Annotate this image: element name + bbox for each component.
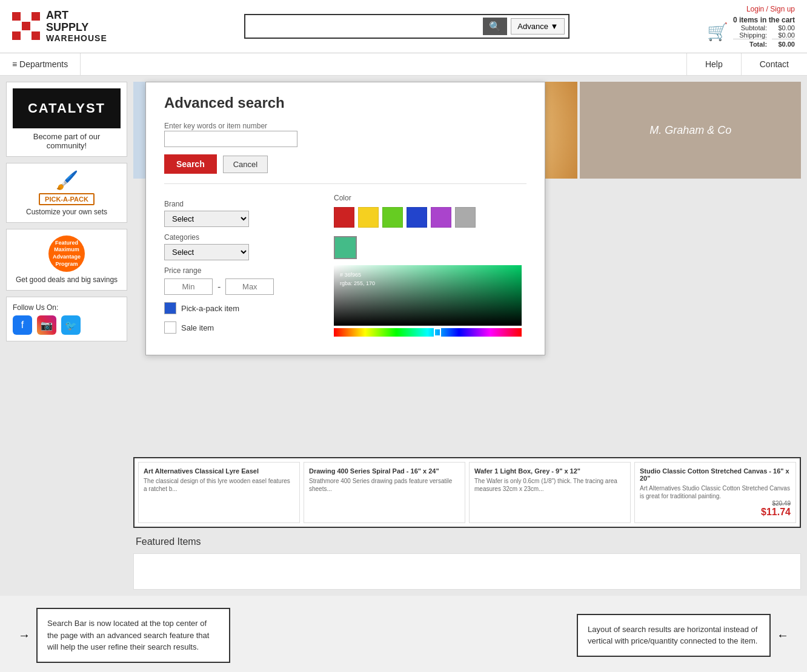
product-name-3: Wafer 1 Light Box, Grey - 9" x 12" [474,467,625,475]
map-desc: Get good deals and big savings [13,275,121,284]
map-badge: FeaturedMaximumAdvantageProgram [48,236,85,272]
cart-area: 🛒 0 items in the cart Subtotal: $0.00 Sh… [707,16,795,48]
logo-cell-2 [22,12,30,21]
adv-lower: Brand Select Categories Select Price ran… [164,194,526,337]
product-strip: Art Alternatives Classical Lyre Easel Th… [133,457,801,528]
logo-area: ART SUPPLY WAREHOUSE [12,10,107,43]
pick-a-pack-icon: 🖌️ [13,170,121,191]
categories-label: Categories [164,233,310,242]
total-val: $0.00 [772,39,795,48]
brand-select[interactable]: Select [164,211,249,227]
picker-text: # 36f965 rgba: 255, 170 [340,271,375,288]
logo-cell-6 [32,22,40,30]
login-links: Login / Sign up [707,5,795,13]
featured-strip [133,553,801,590]
product-card-2: Drawing 400 Series Spiral Pad - 16" x 24… [304,462,465,523]
follow-card: Follow Us On: f 📷 🐦 [6,297,127,341]
advance-button[interactable]: Advance ▼ [511,18,565,35]
logo-cell-3 [32,12,40,21]
logo-line1: ART [46,10,107,22]
product-name-2: Drawing 400 Series Spiral Pad - 16" x 24… [309,467,460,475]
product-orig-price-4: $20.49 [640,500,791,507]
color-swatch-gray[interactable] [455,207,476,228]
twitter-icon[interactable]: 🐦 [61,315,81,335]
color-swatch-yellow[interactable] [358,207,379,228]
keyword-input[interactable] [164,131,297,147]
logo-line3: WAREHOUSE [46,34,107,43]
header: ART SUPPLY WAREHOUSE 🔍 Advance ▼ Login /… [0,0,807,53]
product-desc-3: The Wafer is only 0.6cm (1/8") thick. Th… [474,477,625,493]
signup-link[interactable]: Sign up [770,5,795,13]
keyword-label: Enter key words or item number [164,122,267,130]
color-swatch-blue[interactable] [407,207,427,228]
color-swatches [334,207,526,228]
search-input[interactable] [249,19,479,34]
content-area: S 🎨 M. Graham & Co Advanced search Enter… [133,82,801,590]
color-swatch-green[interactable] [382,207,403,228]
help-nav[interactable]: Help [686,53,742,75]
logo-cell-8 [22,31,30,40]
departments-nav[interactable]: ≡ Departments [0,53,81,75]
product-name-1: Art Alternatives Classical Lyre Easel [144,467,294,475]
color-picker-gradient[interactable]: # 36f965 rgba: 255, 170 [334,265,522,326]
sale-item-checkbox-label: Sale item [181,323,214,332]
catalyst-card: CATALYST Become part of our community! [6,82,127,157]
color-swatch-red[interactable] [334,207,354,228]
adv-left: Brand Select Categories Select Price ran… [164,194,310,337]
annotation-spacer [267,608,540,663]
adv-search-button[interactable]: Search [164,154,217,174]
login-link[interactable]: Login [746,5,764,13]
logo-cell-5 [22,22,30,30]
instagram-icon[interactable]: 📷 [37,315,56,335]
pick-a-pack-desc: Customize your own sets [13,208,121,216]
categories-select[interactable]: Select [164,244,249,260]
left-arrow-icon: → [18,628,30,642]
selected-color-box[interactable] [334,236,357,259]
header-right: Login / Sign up 🛒 0 items in the cart Su… [707,5,795,48]
social-icons: f 📷 🐦 [13,315,121,335]
product-price-area-4: $20.49 $11.74 [640,500,791,518]
sale-item-checkbox[interactable] [164,321,176,334]
search-button[interactable]: 🔍 [483,18,507,35]
cart-items-label: 0 items in the cart [733,16,795,24]
price-min-input[interactable] [164,278,213,295]
pick-a-pack-checkbox[interactable] [164,302,176,314]
shipping-label: Shipping: [733,31,767,39]
pick-a-pack-checkbox-label: Pick-a-pack item [181,304,239,313]
product-desc-1: The classical design of this lyre wooden… [144,477,294,493]
product-card-3: Wafer 1 Light Box, Grey - 9" x 12" The W… [469,462,631,523]
price-dash: - [218,282,221,292]
logo-cell-1 [12,12,21,21]
cart-totals: Subtotal: $0.00 Shipping: $0.00 Total: $… [733,24,795,48]
adv-divider [164,183,526,184]
catalyst-banner: CATALYST [13,88,121,128]
catalyst-subtitle: Become part of our community! [13,132,121,150]
advanced-search-title: Advanced search [164,94,526,111]
pick-a-pack-checkbox-row: Pick-a-pack item [164,302,310,314]
follow-label: Follow Us On: [13,303,121,312]
price-label: Price range [164,266,310,275]
color-swatch-purple[interactable] [431,207,451,228]
logo-cell-4 [12,22,21,30]
hero-img-3: M. Graham & Co [580,82,801,179]
map-card: FeaturedMaximumAdvantageProgram Get good… [6,229,127,291]
logo-cell-7 [12,31,21,40]
left-annotation-container: → Search Bar is now located at the top c… [18,608,230,663]
hue-bar[interactable] [334,328,522,337]
left-annotation-box: Search Bar is now located at the top cen… [36,608,230,663]
logo-text: ART SUPPLY WAREHOUSE [46,10,107,43]
cart-icon[interactable]: 🛒 [707,22,728,42]
price-max-input[interactable] [225,278,274,295]
product-name-4: Studio Classic Cotton Stretched Canvas -… [640,467,791,482]
product-card-1: Art Alternatives Classical Lyre Easel Th… [138,462,300,523]
hue-cursor [434,328,441,337]
adv-right: Color # 36f965 [334,194,526,337]
product-card-4: Studio Classic Cotton Stretched Canvas -… [634,462,796,523]
shipping-val: $0.00 [772,31,795,39]
adv-cancel-button[interactable]: Cancel [223,156,268,173]
contact-nav[interactable]: Contact [742,53,807,75]
featured-label: Featured Items [133,536,801,547]
facebook-icon[interactable]: f [13,315,32,335]
logo-cell-9 [32,31,40,40]
search-bar: 🔍 Advance ▼ [244,14,570,39]
